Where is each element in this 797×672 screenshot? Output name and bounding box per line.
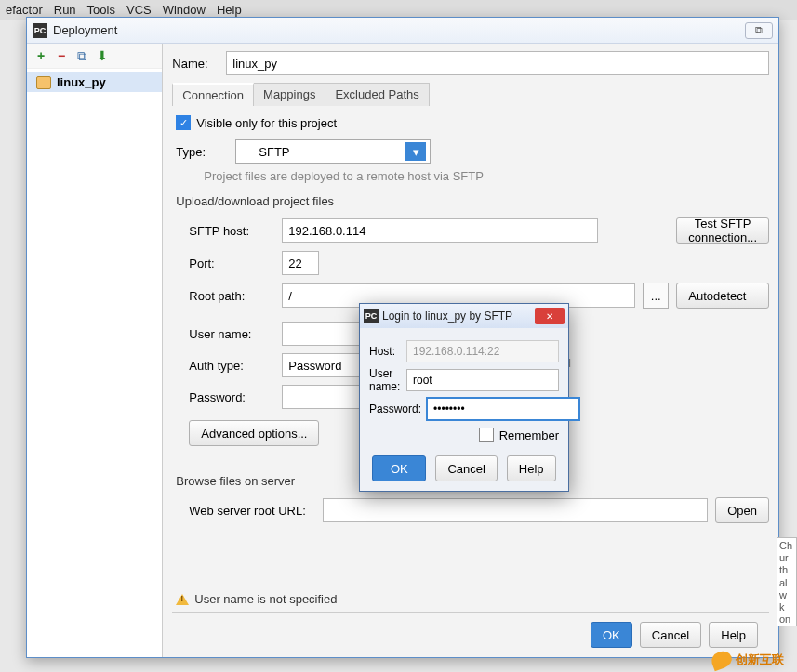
remember-checkbox[interactable]: [479, 428, 494, 442]
menu-window[interactable]: Window: [163, 3, 206, 17]
login-password-input[interactable]: [427, 398, 579, 420]
server-item-linux_py[interactable]: linux_py: [27, 72, 162, 92]
autodetect-button[interactable]: Autodetect: [676, 283, 769, 309]
watermark-logo: 创新互联: [711, 652, 784, 668]
tab-connection[interactable]: Connection: [172, 83, 254, 106]
warning-icon: [176, 594, 189, 605]
logo-text: 创新互联: [736, 652, 784, 668]
name-input[interactable]: [226, 51, 769, 75]
tabs: Connection Mappings Excluded Paths: [172, 83, 769, 106]
login-cancel-button[interactable]: Cancel: [435, 455, 497, 481]
login-title: Login to linux_py by SFTP: [382, 310, 535, 323]
menu-refactor[interactable]: efactor: [6, 3, 43, 17]
close-icon[interactable]: ✕: [535, 308, 565, 324]
add-icon[interactable]: +: [33, 47, 49, 64]
login-dialog: PC Login to linux_py by SFTP ✕ Host: Use…: [359, 303, 569, 492]
web-root-input[interactable]: [323, 498, 708, 522]
section-upload: Upload/download project files: [176, 194, 765, 208]
port-input[interactable]: [282, 251, 319, 275]
menu-run[interactable]: Run: [54, 3, 76, 17]
ok-button[interactable]: OK: [591, 622, 632, 648]
port-label: Port:: [189, 257, 274, 270]
auth-type-label: Auth type:: [189, 359, 274, 373]
login-ok-button[interactable]: OK: [372, 455, 426, 481]
login-host-label: Host:: [369, 345, 401, 358]
type-value: SFTP: [259, 145, 289, 159]
type-label: Type:: [176, 145, 228, 159]
sftp-icon: [240, 146, 253, 157]
app-icon: PC: [364, 309, 379, 323]
help-button[interactable]: Help: [709, 622, 758, 648]
type-hint: Project files are deployed to a remote h…: [204, 169, 765, 183]
warning-text: User name is not specified: [194, 592, 337, 606]
server-tree: linux_py: [27, 69, 162, 96]
login-host-input: [406, 340, 559, 362]
server-icon: [36, 76, 51, 89]
root-path-label: Root path:: [189, 289, 274, 303]
menu-help[interactable]: Help: [217, 3, 242, 17]
server-list-pane: + − ⧉ ⬇ linux_py: [27, 44, 163, 657]
login-titlebar: PC Login to linux_py by SFTP ✕: [360, 304, 568, 328]
server-toolbar: + − ⧉ ⬇: [27, 44, 162, 69]
name-label: Name:: [172, 57, 219, 71]
tab-mappings[interactable]: Mappings: [253, 83, 325, 106]
close-button[interactable]: ⧉: [745, 22, 773, 39]
dialog-buttons: OK Cancel Help: [172, 612, 769, 657]
titlebar: PC Deployment ⧉: [27, 18, 778, 44]
sftp-host-label: SFTP host:: [189, 224, 274, 238]
visible-checkbox[interactable]: ✓: [176, 115, 191, 130]
copy-icon[interactable]: ⧉: [73, 47, 90, 64]
login-help-button[interactable]: Help: [507, 455, 556, 481]
cancel-button[interactable]: Cancel: [640, 622, 701, 648]
server-item-label: linux_py: [57, 75, 106, 89]
app-icon: PC: [33, 23, 47, 38]
window-title: Deployment: [53, 23, 745, 37]
tab-excluded[interactable]: Excluded Paths: [325, 83, 429, 106]
warning-row: User name is not specified: [172, 586, 340, 612]
web-root-label: Web server root URL:: [189, 504, 315, 518]
open-button[interactable]: Open: [715, 497, 769, 523]
login-password-label: Password:: [369, 402, 421, 415]
logo-icon: [710, 649, 735, 671]
login-username-input[interactable]: [406, 369, 559, 391]
login-username-label: User name:: [369, 367, 401, 393]
chevron-down-icon: ▾: [405, 142, 426, 161]
test-connection-button[interactable]: Test SFTP connection...: [676, 217, 769, 244]
remove-icon[interactable]: −: [53, 47, 70, 64]
sftp-host-input[interactable]: [282, 218, 598, 243]
password-label: Password:: [189, 390, 274, 404]
deploy-icon[interactable]: ⬇: [94, 47, 111, 64]
advanced-options-button[interactable]: Advanced options...: [189, 420, 319, 446]
type-select[interactable]: SFTP ▾: [235, 139, 431, 164]
menu-vcs[interactable]: VCS: [126, 3, 152, 17]
side-tooltip-fragment: Ch ur th al w k on: [777, 537, 797, 626]
menu-tools[interactable]: Tools: [87, 3, 115, 17]
remember-label: Remember: [499, 428, 559, 442]
visible-label: Visible only for this project: [196, 116, 337, 130]
username-label: User name:: [189, 327, 274, 341]
browse-root-button[interactable]: ...: [643, 283, 669, 309]
